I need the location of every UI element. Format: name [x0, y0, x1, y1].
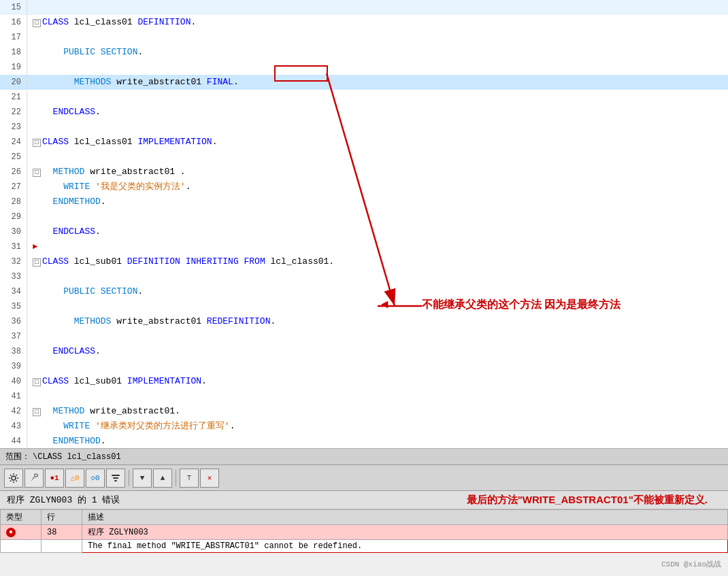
- collapse-icon[interactable]: □: [33, 408, 41, 416]
- line-number: 17: [0, 30, 27, 45]
- token: ENDCLASS: [53, 226, 95, 237]
- token: [42, 436, 53, 446]
- error-message: The final method "WRITE_ABSTRACT01" cann…: [82, 540, 728, 553]
- collapse-icon[interactable]: □: [33, 169, 41, 177]
- line-number: 39: [0, 359, 27, 374]
- toolbar-close-btn[interactable]: ✕: [200, 469, 219, 488]
- collapse-icon[interactable]: □: [33, 258, 41, 267]
- error-row-msg: The final method "WRITE_ABSTRACT01" cann…: [1, 540, 728, 553]
- line-number: 19: [0, 60, 27, 75]
- token: [42, 47, 63, 57]
- code-line-19: 19: [0, 60, 728, 75]
- line-content: [27, 60, 728, 75]
- code-line-33: 33: [0, 269, 728, 284]
- collapse-icon[interactable]: □: [33, 378, 41, 386]
- token: METHODS: [74, 77, 112, 87]
- line-content: [27, 90, 728, 105]
- line-content: PUBLIC SECTION.: [27, 284, 728, 299]
- token: METHOD: [53, 167, 85, 177]
- line-number: 30: [0, 224, 27, 239]
- code-line-42: 42□ METHOD write_abstract01.: [0, 404, 728, 419]
- line-number: 44: [0, 434, 27, 449]
- token: PUBLIC: [63, 47, 95, 57]
- line-content: [27, 209, 728, 224]
- token: write_abstract01 .: [84, 167, 185, 177]
- toolbar-sep2: [176, 470, 176, 486]
- line-content: [27, 359, 728, 374]
- svg-rect-5: [35, 474, 37, 477]
- toolbar-wrench-btn[interactable]: [24, 469, 44, 488]
- line-number: 40: [0, 374, 27, 389]
- token: [42, 167, 53, 177]
- code-line-27: 27 WRITE '我是父类的实例方法'.: [0, 180, 728, 194]
- toolbar-sep1: [129, 470, 129, 486]
- code-line-41: 41: [0, 389, 728, 404]
- toolbar-up-btn[interactable]: ▲: [153, 469, 172, 488]
- scope-value: \CLASS lcl_class01: [33, 452, 121, 462]
- toolbar-filter-btn[interactable]: [106, 469, 125, 488]
- code-line-15: 15: [0, 0, 728, 15]
- token: [42, 286, 63, 297]
- token: lcl_class01: [69, 137, 137, 147]
- token: PUBLIC: [63, 286, 95, 297]
- line-number: 33: [0, 269, 27, 284]
- code-line-26: 26□ METHOD write_abstract01 .: [0, 165, 728, 180]
- token: .: [212, 137, 218, 147]
- col-type: 类型: [1, 510, 42, 525]
- line-content: [27, 150, 728, 165]
- code-line-44: 44 ENDMETHOD.: [0, 434, 728, 449]
- line-number: 15: [0, 0, 27, 15]
- token: [42, 107, 53, 117]
- error-line-empty: [42, 540, 82, 553]
- line-content: ENDCLASS.: [27, 224, 728, 239]
- token: [180, 256, 186, 267]
- token: DEFINITION: [137, 17, 191, 27]
- col-line: 行: [42, 510, 82, 525]
- line-number: 34: [0, 284, 27, 299]
- code-lines: 15 16□CLASS lcl_class01 DEFINITION.17 18…: [0, 0, 728, 449]
- svg-rect-8: [114, 480, 117, 481]
- toolbar-settings-btn[interactable]: [4, 469, 23, 488]
- code-line-24: 24□CLASS lcl_class01 IMPLEMENTATION.: [0, 135, 728, 150]
- line-content: [27, 299, 728, 314]
- line-number: 43: [0, 419, 27, 434]
- svg-rect-7: [113, 477, 118, 479]
- token: CLASS: [42, 137, 69, 147]
- line-number: 29: [0, 209, 27, 224]
- error-desc: 程序 ZGLYN003: [82, 525, 728, 540]
- line-number: 35: [0, 299, 27, 314]
- code-line-16: 16□CLASS lcl_class01 DEFINITION.: [0, 15, 728, 30]
- token: .: [95, 107, 101, 117]
- line-number: 23: [0, 120, 27, 135]
- token: [95, 286, 101, 297]
- token: [42, 406, 53, 416]
- token: METHOD: [53, 406, 85, 416]
- toolbar-down-btn[interactable]: ▼: [133, 469, 152, 488]
- toolbar-pin-btn[interactable]: ⊤: [180, 469, 199, 488]
- error-line-num: 38: [42, 525, 82, 540]
- line-number: 22: [0, 105, 27, 120]
- token: IMPLEMENTATION: [127, 376, 201, 386]
- line-content: ►: [27, 239, 728, 254]
- line-number: 37: [0, 329, 27, 344]
- line-content: ENDMETHOD.: [27, 194, 728, 209]
- token: .: [191, 17, 196, 27]
- line-content: WRITE '继承类对父类的方法进行了重写'.: [27, 419, 728, 434]
- token: lcl_sub01: [69, 256, 127, 267]
- scope-label: 范围：: [5, 451, 30, 462]
- toolbar-info0-btn[interactable]: ◇0: [86, 469, 105, 488]
- token: [239, 256, 244, 267]
- code-line-32: 32□CLASS lcl_sub01 DEFINITION INHERITING…: [0, 254, 728, 269]
- toolbar-warn0-btn[interactable]: △0: [65, 469, 84, 488]
- token: ENDMETHOD: [53, 197, 101, 207]
- line-content: [27, 120, 728, 135]
- line-number: 41: [0, 389, 27, 404]
- line-content: [27, 389, 728, 404]
- error-row-1[interactable]: ● 38 程序 ZGLYN003: [1, 525, 728, 540]
- collapse-icon[interactable]: □: [33, 139, 41, 147]
- code-line-40: 40□CLASS lcl_sub01 IMPLEMENTATION.: [0, 374, 728, 389]
- token: [95, 47, 101, 57]
- toolbar-error1-btn[interactable]: ●1: [45, 469, 64, 488]
- line-content: □ METHOD write_abstract01 .: [27, 165, 728, 180]
- collapse-icon[interactable]: □: [33, 19, 41, 27]
